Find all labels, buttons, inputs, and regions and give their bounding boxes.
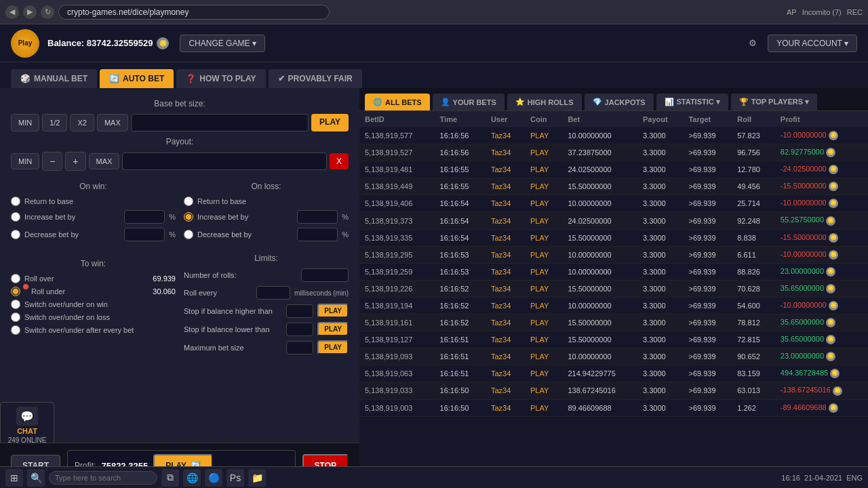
cell-roll: 96.756 xyxy=(732,144,775,161)
switch-win-radio[interactable] xyxy=(11,300,20,309)
account-button[interactable]: YOUR ACCOUNT ▾ xyxy=(768,35,857,52)
on-loss-decrease-label: Decrease bet by xyxy=(197,230,293,239)
stop-low-play-button[interactable]: PLAY xyxy=(317,322,349,336)
taskbar-misc-icon-1[interactable]: 📁 xyxy=(248,469,266,487)
cell-coin: PLAY xyxy=(525,382,562,399)
cell-payout: 3.3000 xyxy=(637,127,683,144)
cell-time: 16:16:56 xyxy=(435,127,486,144)
on-loss-increase-input[interactable]: 55 xyxy=(297,210,338,224)
table-row: 5,138,919,003 16:16:50 Taz34 PLAY 89.466… xyxy=(359,399,868,416)
on-loss-increase-pct: % xyxy=(342,213,349,221)
roll-over-radio[interactable] xyxy=(11,274,20,283)
taskbar-search-input[interactable] xyxy=(49,471,157,485)
on-win-return-base-radio[interactable] xyxy=(11,197,20,206)
tab-provably-fair[interactable]: ✔ PROVABLY FAIR xyxy=(269,69,362,88)
stop-high-play-button[interactable]: PLAY xyxy=(317,304,349,318)
num-rolls-row: Number of rolls: 196157 xyxy=(184,268,349,282)
tab-auto-bet[interactable]: 🔄 AUTO BET xyxy=(100,69,174,88)
cell-betid: 5,138,919,481 xyxy=(359,161,435,178)
tab-all-bets[interactable]: 🌐 ALL BETS xyxy=(365,94,430,110)
stop-high-input[interactable]: 0 xyxy=(286,304,313,318)
cell-betid: 5,138,919,127 xyxy=(359,331,435,348)
taskbar-start-icon[interactable]: ⊞ xyxy=(5,469,23,487)
max-bet-button[interactable]: MAX xyxy=(97,114,128,131)
cell-payout: 3.3000 xyxy=(637,297,683,314)
cell-user: Taz34 xyxy=(486,382,525,399)
cell-profit: 35.65000000 🪙 xyxy=(775,314,868,331)
cell-betid: 5,138,919,161 xyxy=(359,314,435,331)
settings-icon[interactable]: ⚙ xyxy=(749,38,757,48)
cell-coin: PLAY xyxy=(525,348,562,365)
payout-min-button[interactable]: MIN xyxy=(11,153,39,169)
base-bet-input[interactable]: 15.50000000 xyxy=(131,114,309,131)
tab-high-rolls[interactable]: ⭐ HIGH ROLLS xyxy=(507,94,582,110)
cell-target: >69.939 xyxy=(683,348,732,365)
balance-text: Balance: 83742.32559529 xyxy=(47,38,153,48)
url-bar[interactable]: crypto-games.net/dice/playmoney xyxy=(58,5,330,20)
on-loss-decrease-radio[interactable] xyxy=(184,230,193,239)
x2-bet-button[interactable]: X2 xyxy=(70,114,94,131)
tab-jackpots[interactable]: 💎 JACKPOTS xyxy=(585,94,654,110)
roll-under-value: 30.060 xyxy=(153,287,176,296)
chat-panel[interactable]: 💬 CHAT 249 ONLINE xyxy=(0,402,54,449)
payout-x-button[interactable]: X xyxy=(330,153,349,169)
back-button[interactable]: ◀ xyxy=(5,5,19,19)
tab-top-players[interactable]: 🏆 TOP PLAYERS ▾ xyxy=(731,94,817,110)
payout-max-button[interactable]: MAX xyxy=(89,153,120,169)
reload-button[interactable]: ↻ xyxy=(41,5,54,19)
stop-low-input[interactable]: 0 xyxy=(286,323,313,336)
base-bet-title: Base bet size: xyxy=(11,99,349,108)
taskbar-right: 16:16 21-04-2021 ENG xyxy=(781,474,863,482)
on-win-decrease-input[interactable]: 20 xyxy=(124,228,165,241)
tab-your-bets[interactable]: 👤 YOUR BETS xyxy=(433,94,505,110)
payout-minus-button[interactable]: − xyxy=(42,152,62,171)
right-panel: 🌐 ALL BETS 👤 YOUR BETS ⭐ HIGH ROLLS 💎 JA… xyxy=(359,88,868,488)
on-loss-return-base-radio[interactable] xyxy=(184,197,193,206)
payout-plus-button[interactable]: + xyxy=(65,152,85,171)
taskbar-task-view-icon[interactable]: ⧉ xyxy=(161,469,179,487)
switch-every-radio[interactable] xyxy=(11,325,20,335)
change-game-button[interactable]: CHANGE GAME ▾ xyxy=(180,35,264,52)
cell-user: Taz34 xyxy=(486,246,525,263)
on-loss-decrease-input[interactable]: 20 xyxy=(297,228,338,241)
max-bet-input[interactable]: 0 xyxy=(286,341,313,354)
cell-betid: 5,138,919,003 xyxy=(359,399,435,416)
taskbar-ie-icon[interactable]: 🌐 xyxy=(183,469,201,487)
cell-profit: -138.67245016 🪙 xyxy=(775,382,868,399)
min-bet-button[interactable]: MIN xyxy=(11,114,39,131)
on-win-increase-radio[interactable] xyxy=(11,212,20,222)
cell-user: Taz34 xyxy=(486,229,525,246)
cell-betid: 5,138,919,063 xyxy=(359,365,435,382)
taskbar-edge-icon[interactable]: 🔵 xyxy=(205,469,222,487)
num-rolls-input[interactable]: 196157 xyxy=(301,268,349,282)
cell-profit: 23.00000000 🪙 xyxy=(775,348,868,365)
browser-bar: ◀ ▶ ↻ crypto-games.net/dice/playmoney AP… xyxy=(0,0,868,24)
col-betid: BetID xyxy=(359,111,435,127)
switch-loss-radio[interactable] xyxy=(11,312,20,322)
payout-input[interactable]: 3.3000 xyxy=(122,152,327,170)
taskbar-search-icon[interactable]: 🔍 xyxy=(27,469,45,487)
roll-every-input[interactable]: 100 xyxy=(256,286,290,300)
on-win-section: On win: Return to base Increase bet by 1… xyxy=(11,182,176,245)
taskbar-ps-icon[interactable]: Ps xyxy=(226,469,244,487)
forward-button[interactable]: ▶ xyxy=(23,5,37,19)
tab-how-to-play[interactable]: ❓ HOW TO PLAY xyxy=(176,69,265,88)
num-rolls-label: Number of rolls: xyxy=(184,271,297,279)
cell-target: >69.939 xyxy=(683,127,732,144)
tab-manual-bet[interactable]: 🎲 MANUAL BET xyxy=(11,69,97,88)
max-bet-play-button[interactable]: PLAY xyxy=(317,340,349,354)
on-win-increase-label: Increase bet by xyxy=(24,213,120,221)
cell-roll: 63.013 xyxy=(732,382,775,399)
cell-payout: 3.3000 xyxy=(637,212,683,229)
cell-bet: 138.67245016 xyxy=(562,382,637,399)
cell-bet: 24.02500000 xyxy=(562,212,637,229)
bets-tabs: 🌐 ALL BETS 👤 YOUR BETS ⭐ HIGH ROLLS 💎 JA… xyxy=(359,88,868,111)
roll-under-radio[interactable] xyxy=(11,287,20,296)
cell-profit: -24.02500000 🪙 xyxy=(775,161,868,178)
on-win-decrease-radio[interactable] xyxy=(11,230,20,239)
on-loss-increase-radio[interactable] xyxy=(184,212,193,222)
tab-statistic[interactable]: 📊 STATISTIC ▾ xyxy=(656,94,728,110)
cell-bet: 24.02500000 xyxy=(562,161,637,178)
half-bet-button[interactable]: 1/2 xyxy=(42,114,67,131)
on-win-increase-input[interactable]: 100 xyxy=(124,210,165,224)
